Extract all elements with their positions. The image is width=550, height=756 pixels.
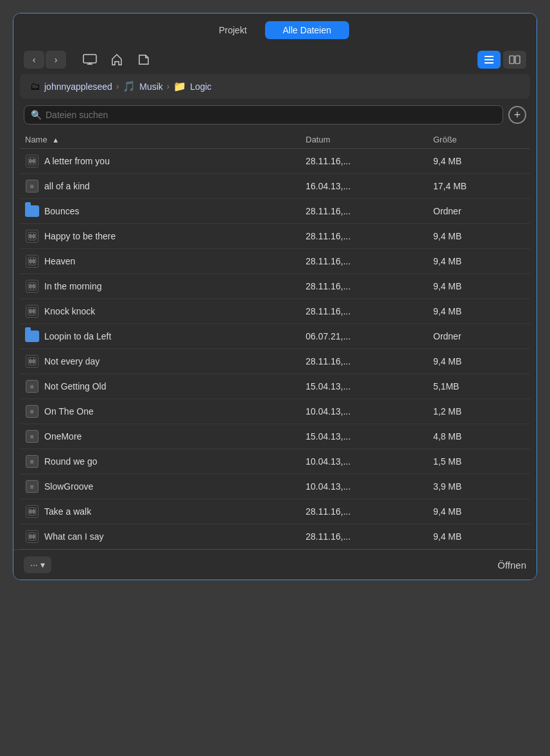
table-row[interactable]: Not every day 28.11.16,... 9,4 MB [20, 349, 530, 374]
file-size: 9,4 MB [428, 299, 530, 324]
table-row[interactable]: Knock knock 28.11.16,... 9,4 MB [20, 299, 530, 324]
file-name-cell: In the morning [25, 279, 295, 293]
file-size: 1,2 MB [428, 399, 530, 424]
search-row: 🔍 + [13, 99, 537, 131]
toolbar: ‹ › [13, 46, 537, 74]
table-row[interactable]: SlowGroove 10.04.13,... 3,9 MB [20, 474, 530, 499]
list-view-button[interactable] [477, 51, 501, 69]
computer-button[interactable] [79, 51, 101, 69]
file-name: all of a kind [44, 181, 90, 191]
file-name-cell: Heaven [25, 254, 295, 268]
tab-projekt[interactable]: Projekt [201, 21, 265, 39]
search-input[interactable] [46, 110, 496, 120]
sort-arrow-icon: ▲ [52, 136, 59, 144]
view-buttons [477, 51, 526, 69]
file-size: 9,4 MB [428, 524, 530, 549]
breadcrumb-music[interactable]: Musik [139, 82, 163, 92]
breadcrumb: 🗂 johnnyappleseed › 🎵 Musik › 📁 Logic [20, 74, 530, 99]
file-icon [25, 279, 39, 293]
file-name-cell: Round we go [25, 454, 295, 468]
breadcrumb-user[interactable]: johnnyappleseed [44, 82, 112, 92]
home-icon [110, 53, 123, 66]
file-icon [25, 529, 39, 544]
add-button[interactable]: + [508, 106, 526, 124]
file-name-cell: SlowGroove [25, 479, 295, 494]
file-date: 28.11.16,... [300, 299, 428, 324]
file-date: 28.11.16,... [300, 349, 428, 374]
file-name: On The One [44, 406, 94, 417]
file-icon [25, 454, 39, 468]
table-row[interactable]: all of a kind 16.04.13,... 17,4 MB [20, 174, 530, 199]
file-icon [25, 229, 39, 243]
file-date: 06.07.21,... [300, 324, 428, 349]
file-name: Not Getting Old [44, 381, 107, 391]
more-button[interactable]: ··· ▾ [24, 556, 51, 573]
file-name-cell: OneMore [25, 429, 295, 443]
table-row[interactable]: Bounces 28.11.16,... Ordner [20, 199, 530, 224]
table-row[interactable]: OneMore 15.04.13,... 4,8 MB [20, 424, 530, 449]
tab-alle-dateien[interactable]: Alle Dateien [265, 21, 350, 39]
file-name-cell: Not every day [25, 354, 295, 368]
file-name: OneMore [44, 431, 82, 442]
audio-file-icon [26, 255, 39, 268]
table-row[interactable]: Happy to be there 28.11.16,... 9,4 MB [20, 224, 530, 249]
document-icon [137, 54, 150, 65]
table-row[interactable]: Round we go 10.04.13,... 1,5 MB [20, 449, 530, 474]
breadcrumb-logic[interactable]: Logic [190, 82, 211, 92]
more-icon: ··· [30, 560, 38, 570]
logic-project-icon [26, 380, 39, 393]
home-button[interactable] [106, 51, 128, 69]
audio-file-icon [26, 505, 39, 518]
file-date: 28.11.16,... [300, 274, 428, 299]
file-size: 4,8 MB [428, 424, 530, 449]
table-row[interactable]: In the morning 28.11.16,... 9,4 MB [20, 274, 530, 299]
file-size: 1,5 MB [428, 449, 530, 474]
audio-file-icon [26, 305, 39, 318]
file-name: SlowGroove [44, 481, 93, 492]
table-row[interactable]: Heaven 28.11.16,... 9,4 MB [20, 249, 530, 274]
logic-project-icon [26, 480, 39, 493]
file-name: What can I say [44, 531, 104, 542]
chevron-down-icon: ▾ [40, 560, 45, 570]
file-date: 10.04.13,... [300, 474, 428, 499]
bottom-bar: ··· ▾ Öffnen [13, 549, 537, 580]
file-name: Take a walk [44, 506, 91, 517]
file-size: 9,4 MB [428, 149, 530, 174]
file-icon [25, 429, 39, 443]
logic-project-icon [26, 180, 39, 193]
file-name: Loopin to da Left [44, 331, 111, 341]
table-row[interactable]: Take a walk 28.11.16,... 9,4 MB [20, 499, 530, 524]
icloud-button[interactable] [133, 51, 155, 69]
file-icon [25, 404, 39, 418]
file-date: 15.04.13,... [300, 374, 428, 399]
file-icon [25, 479, 39, 494]
table-row[interactable]: On The One 10.04.13,... 1,2 MB [20, 399, 530, 424]
open-button[interactable]: Öffnen [497, 560, 526, 571]
file-name: Bounces [44, 206, 79, 216]
file-name-cell: What can I say [25, 529, 295, 544]
file-name: A letter from you [44, 156, 110, 166]
table-row[interactable]: Loopin to da Left 06.07.21,... Ordner [20, 324, 530, 349]
file-icon [25, 329, 39, 343]
file-name: Round we go [44, 456, 98, 467]
file-date: 28.11.16,... [300, 149, 428, 174]
file-date: 28.11.16,... [300, 524, 428, 549]
file-date: 15.04.13,... [300, 424, 428, 449]
col-name[interactable]: Name ▲ [20, 131, 300, 149]
back-button[interactable]: ‹ [24, 51, 44, 69]
table-row[interactable]: Not Getting Old 15.04.13,... 5,1MB [20, 374, 530, 399]
column-view-button[interactable] [503, 51, 526, 69]
table-row[interactable]: A letter from you 28.11.16,... 9,4 MB [20, 149, 530, 174]
col-size[interactable]: Größe [428, 131, 530, 149]
file-date: 10.04.13,... [300, 399, 428, 424]
file-name-cell: Not Getting Old [25, 379, 295, 393]
column-view-icon [509, 55, 520, 64]
computer-icon [83, 54, 97, 65]
table-row[interactable]: What can I say 28.11.16,... 9,4 MB [20, 524, 530, 549]
nav-buttons: ‹ › [24, 51, 66, 69]
file-size: 9,4 MB [428, 274, 530, 299]
forward-button[interactable]: › [46, 51, 66, 69]
col-date[interactable]: Datum [300, 131, 428, 149]
file-icon [25, 204, 39, 218]
folder-icon [25, 331, 39, 342]
